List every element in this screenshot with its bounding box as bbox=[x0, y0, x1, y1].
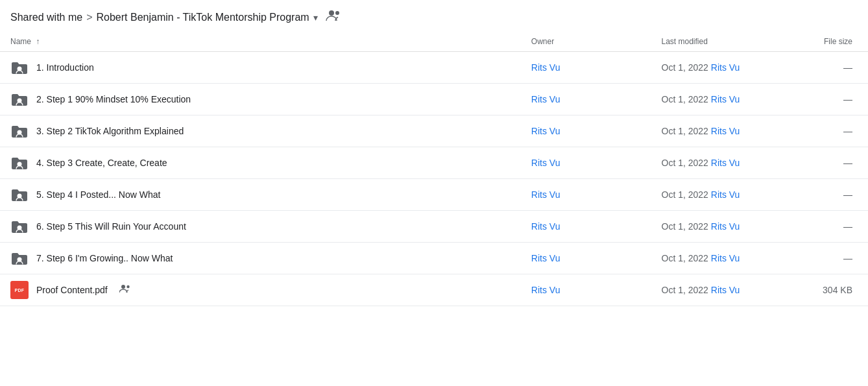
size-cell: — bbox=[781, 115, 868, 147]
shared-folder-icon bbox=[10, 154, 29, 172]
shared-people-icon[interactable] bbox=[326, 9, 341, 25]
file-table: Name ↑ Owner Last modified File size bbox=[0, 32, 868, 306]
table-row[interactable]: 6. Step 5 This Will Ruin Your Account Ri… bbox=[0, 211, 868, 243]
name-cell: 2. Step 1 90% Mindset 10% Execution bbox=[0, 84, 521, 115]
owner-cell[interactable]: Rits Vu bbox=[521, 274, 651, 306]
sort-ascending-icon: ↑ bbox=[36, 37, 40, 46]
modified-cell: Oct 1, 2022 Rits Vu bbox=[651, 179, 782, 211]
size-cell: — bbox=[781, 211, 868, 243]
file-name: 4. Step 3 Create, Create, Create bbox=[36, 158, 167, 168]
col-header-owner[interactable]: Owner bbox=[521, 32, 651, 52]
modified-owner-link[interactable]: Rits Vu bbox=[711, 158, 740, 168]
owner-cell[interactable]: Rits Vu bbox=[521, 52, 651, 84]
svg-point-10 bbox=[127, 285, 129, 288]
shared-folder-icon bbox=[10, 186, 29, 204]
col-header-last-modified[interactable]: Last modified bbox=[651, 32, 782, 52]
col-header-file-size[interactable]: File size bbox=[781, 32, 868, 52]
chevron-down-icon: ▾ bbox=[313, 12, 318, 23]
table-header-row: Name ↑ Owner Last modified File size bbox=[0, 32, 868, 52]
name-cell: PDF Proof Content.pdf bbox=[0, 274, 521, 306]
svg-point-9 bbox=[121, 285, 125, 289]
name-cell: 5. Step 4 I Posted... Now What bbox=[0, 179, 521, 211]
modified-owner-link[interactable]: Rits Vu bbox=[711, 285, 740, 295]
owner-cell[interactable]: Rits Vu bbox=[521, 211, 651, 243]
table-row[interactable]: 5. Step 4 I Posted... Now What Rits Vu O… bbox=[0, 179, 868, 211]
modified-owner-link[interactable]: Rits Vu bbox=[711, 253, 740, 263]
size-cell: — bbox=[781, 243, 868, 274]
breadcrumb-current-folder[interactable]: Robert Benjamin - TikTok Mentorship Prog… bbox=[97, 12, 318, 23]
table-row[interactable]: 7. Step 6 I'm Growing.. Now What Rits Vu… bbox=[0, 243, 868, 274]
name-cell: 7. Step 6 I'm Growing.. Now What bbox=[0, 243, 521, 274]
size-cell: — bbox=[781, 147, 868, 179]
file-name: 5. Step 4 I Posted... Now What bbox=[36, 189, 160, 200]
size-cell: — bbox=[781, 179, 868, 211]
name-cell: 4. Step 3 Create, Create, Create bbox=[0, 147, 521, 179]
modified-cell: Oct 1, 2022 Rits Vu bbox=[651, 52, 782, 84]
file-name: 6. Step 5 This Will Ruin Your Account bbox=[36, 221, 186, 232]
table-row[interactable]: 4. Step 3 Create, Create, Create Rits Vu… bbox=[0, 147, 868, 179]
shared-folder-icon bbox=[10, 249, 29, 267]
col-header-name[interactable]: Name ↑ bbox=[0, 32, 521, 52]
file-name: Proof Content.pdf bbox=[36, 285, 108, 295]
modified-cell: Oct 1, 2022 Rits Vu bbox=[651, 243, 782, 274]
modified-cell: Oct 1, 2022 Rits Vu bbox=[651, 211, 782, 243]
table-row[interactable]: PDF Proof Content.pdf Rits Vu Oct 1, 202… bbox=[0, 274, 868, 306]
size-cell: — bbox=[781, 52, 868, 84]
shared-folder-icon bbox=[10, 58, 29, 77]
table-row[interactable]: 1. Introduction Rits Vu Oct 1, 2022 Rits… bbox=[0, 52, 868, 84]
table-row[interactable]: 3. Step 2 TikTok Algorithm Explained Rit… bbox=[0, 115, 868, 147]
shared-folder-icon bbox=[10, 217, 29, 235]
modified-owner-link[interactable]: Rits Vu bbox=[711, 221, 740, 232]
file-name: 2. Step 1 90% Mindset 10% Execution bbox=[36, 94, 191, 104]
modified-owner-link[interactable]: Rits Vu bbox=[711, 62, 740, 73]
modified-cell: Oct 1, 2022 Rits Vu bbox=[651, 274, 782, 306]
modified-cell: Oct 1, 2022 Rits Vu bbox=[651, 84, 782, 115]
modified-cell: Oct 1, 2022 Rits Vu bbox=[651, 115, 782, 147]
breadcrumb-separator: > bbox=[86, 12, 92, 23]
size-cell: 304 KB bbox=[781, 274, 868, 306]
modified-owner-link[interactable]: Rits Vu bbox=[711, 189, 740, 200]
shared-people-badge-icon bbox=[119, 284, 131, 296]
table-row[interactable]: 2. Step 1 90% Mindset 10% Execution Rits… bbox=[0, 84, 868, 115]
file-name: 1. Introduction bbox=[36, 62, 94, 73]
owner-cell[interactable]: Rits Vu bbox=[521, 243, 651, 274]
breadcrumb-shared-link[interactable]: Shared with me bbox=[10, 12, 82, 23]
owner-cell[interactable]: Rits Vu bbox=[521, 147, 651, 179]
owner-cell[interactable]: Rits Vu bbox=[521, 115, 651, 147]
name-cell: 1. Introduction bbox=[0, 52, 521, 84]
breadcrumb-folder-name: Robert Benjamin - TikTok Mentorship Prog… bbox=[97, 12, 309, 23]
name-cell: 3. Step 2 TikTok Algorithm Explained bbox=[0, 115, 521, 147]
svg-point-1 bbox=[335, 11, 339, 15]
file-name: 7. Step 6 I'm Growing.. Now What bbox=[36, 253, 173, 263]
svg-point-0 bbox=[329, 10, 334, 16]
modified-owner-link[interactable]: Rits Vu bbox=[711, 94, 740, 104]
file-name: 3. Step 2 TikTok Algorithm Explained bbox=[36, 126, 184, 136]
pdf-icon: PDF bbox=[10, 281, 29, 299]
size-cell: — bbox=[781, 84, 868, 115]
name-cell: 6. Step 5 This Will Ruin Your Account bbox=[0, 211, 521, 243]
owner-cell[interactable]: Rits Vu bbox=[521, 179, 651, 211]
modified-owner-link[interactable]: Rits Vu bbox=[711, 126, 740, 136]
shared-folder-icon bbox=[10, 122, 29, 140]
modified-cell: Oct 1, 2022 Rits Vu bbox=[651, 147, 782, 179]
owner-cell[interactable]: Rits Vu bbox=[521, 84, 651, 115]
shared-folder-icon bbox=[10, 90, 29, 108]
breadcrumb: Shared with me > Robert Benjamin - TikTo… bbox=[0, 0, 868, 32]
